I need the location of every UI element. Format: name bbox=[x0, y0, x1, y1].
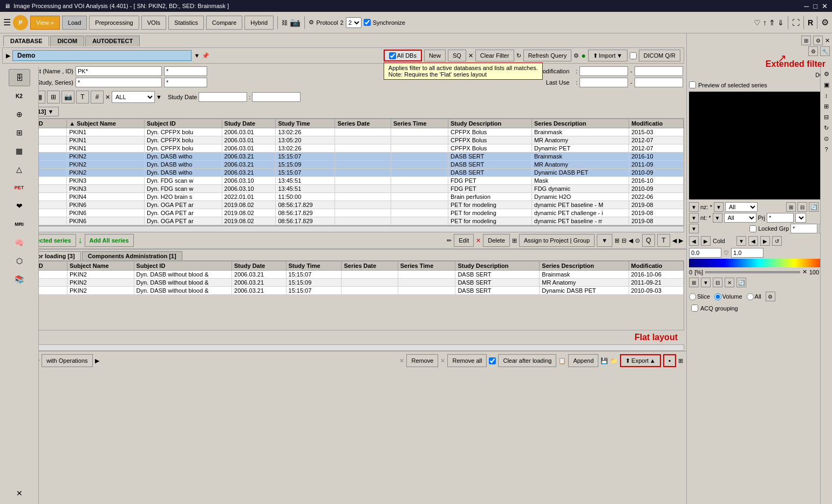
col-subject-name[interactable]: ▲ Subject Name bbox=[67, 119, 145, 128]
db-pin-icon[interactable]: 📌 bbox=[202, 52, 209, 59]
table-row[interactable]: 3PKIN3Dyn. FDG scan w2006.03.1013:45:51F… bbox=[3, 185, 684, 193]
gear-icon-right[interactable]: ⚙ bbox=[821, 17, 829, 27]
last-use-from-input[interactable] bbox=[579, 78, 628, 87]
modification-to-input[interactable] bbox=[635, 66, 683, 76]
close-button[interactable]: ✕ bbox=[822, 2, 828, 10]
fullscreen-icon[interactable]: ⛶ bbox=[792, 18, 800, 27]
folder-icon[interactable]: 📁 bbox=[610, 357, 618, 364]
preview-checkbox[interactable] bbox=[689, 81, 696, 88]
bcol-series-time[interactable]: Series Time bbox=[398, 261, 455, 271]
bcol-series-desc[interactable]: Series Description bbox=[540, 261, 629, 271]
up-icon[interactable]: ↑ bbox=[763, 18, 767, 27]
cold-reset-icon[interactable]: ↺ bbox=[772, 236, 782, 246]
rs-icon-4[interactable]: ⊞ bbox=[822, 101, 831, 111]
vois-button[interactable]: VOIs bbox=[141, 16, 166, 30]
dicom-qr-checkbox[interactable] bbox=[630, 52, 637, 59]
table-row[interactable]: 2PKIN2Dyn. DASB witho2006.03.2115:15:09D… bbox=[3, 161, 684, 169]
heart-icon[interactable]: ♡ bbox=[754, 18, 761, 27]
table-row[interactable]: 1521PKIN4Dyn. H2O brain s2022.01.0111:50… bbox=[3, 193, 684, 201]
nz-icon-2[interactable]: ⊟ bbox=[797, 202, 807, 212]
table-row[interactable]: 821PKIN6Dyn. OGA PET ar2019.08.0208:56:1… bbox=[3, 201, 684, 209]
sort-up-icon[interactable]: ⇑ bbox=[769, 18, 775, 27]
sidebar-icon-brain[interactable]: 🧠 bbox=[9, 234, 30, 251]
locked-dropdown[interactable]: ▼ bbox=[689, 224, 699, 233]
bcol-study-desc[interactable]: Study Description bbox=[455, 261, 540, 271]
tab-autodetect[interactable]: AUTODETECT bbox=[85, 36, 140, 46]
study-date-value[interactable] bbox=[252, 92, 301, 102]
series-table-container[interactable]: Subject DBID ▲ Subject Name Subject ID S… bbox=[2, 118, 684, 226]
action-icon-t[interactable]: T bbox=[657, 234, 670, 247]
pkin-icon[interactable]: P bbox=[13, 15, 28, 30]
rs-icon-3[interactable]: ↕ bbox=[822, 91, 831, 100]
series-horizontal-scrollbar[interactable] bbox=[2, 226, 684, 232]
sidebar-icon-database[interactable]: 🗄 bbox=[9, 69, 30, 86]
export-button[interactable]: ⬆ Export ▲ bbox=[620, 354, 661, 367]
minimize-button[interactable]: ─ bbox=[804, 2, 809, 10]
sidebar-icon-crosshair[interactable]: ⊕ bbox=[9, 106, 30, 123]
rs-icon-8[interactable]: ? bbox=[822, 144, 831, 154]
export-highlight-icon[interactable]: ▪ bbox=[663, 354, 676, 367]
new-button[interactable]: New bbox=[424, 50, 446, 61]
color-icon-2[interactable]: ▶ bbox=[701, 236, 711, 246]
bcol-subject-name[interactable]: Subject Name bbox=[67, 261, 134, 271]
sidebar-icon-window[interactable]: ⊞ bbox=[9, 124, 30, 141]
col-study-date[interactable]: Study Date bbox=[222, 119, 276, 128]
action-icons-1[interactable]: ⊞ bbox=[615, 237, 619, 244]
min-value-input[interactable] bbox=[689, 248, 721, 258]
table-row[interactable]: 2PKIN2Dyn. DASB without blood &2006.03.2… bbox=[3, 287, 684, 295]
sidebar-icon-stack[interactable]: 📚 bbox=[9, 271, 30, 288]
compare-button[interactable]: Compare bbox=[206, 16, 242, 30]
view-button[interactable]: View » bbox=[30, 16, 60, 30]
table-row[interactable]: 1PKIN1Dyn. CPFPX bolu2006.03.0113:02:26C… bbox=[3, 144, 684, 153]
rs-icon-6[interactable]: ↻ bbox=[822, 123, 831, 133]
rs-icon-1[interactable]: ⚙ bbox=[822, 69, 831, 79]
clear-after-loading-button[interactable]: Clear after loading bbox=[498, 354, 556, 367]
action-icons-4[interactable]: ⊙ bbox=[635, 237, 640, 244]
bcol-series-date[interactable]: Series Date bbox=[342, 261, 398, 271]
table-row[interactable]: 2PKIN2Dyn. DASB witho2006.03.2115:15:07D… bbox=[3, 169, 684, 177]
col-series-date[interactable]: Series Date bbox=[335, 119, 391, 128]
title-bar-controls[interactable]: ─ □ ✕ bbox=[804, 2, 828, 10]
nt-all-select[interactable]: All bbox=[724, 213, 756, 223]
nz-dropdown[interactable]: ▼ bbox=[689, 202, 699, 212]
vol-btn-1[interactable]: ⊞ bbox=[689, 278, 699, 287]
vol-btn-2[interactable]: ▼ bbox=[701, 278, 711, 287]
delete-button[interactable]: Delete bbox=[483, 234, 510, 247]
sidebar-icon-grid2[interactable]: ▦ bbox=[9, 142, 30, 160]
action-icon-q[interactable]: Q bbox=[642, 234, 655, 247]
append-button[interactable]: Append bbox=[568, 354, 598, 367]
assign-dropdown-button[interactable]: ▼ bbox=[597, 234, 612, 247]
bcol-modif[interactable]: Modificatio bbox=[629, 261, 684, 271]
close-right-icon[interactable]: ✕ bbox=[825, 37, 830, 44]
subject-name-input[interactable] bbox=[76, 66, 162, 76]
table-row[interactable]: 1PKIN1Dyn. CPFPX bolu2006.03.0113:02:26C… bbox=[3, 128, 684, 136]
grid-icon-btn[interactable]: ⊞ bbox=[47, 91, 60, 103]
last-use-to-input[interactable] bbox=[635, 78, 683, 87]
col-study-time[interactable]: Study Time bbox=[276, 119, 335, 128]
import-button[interactable]: ⬆ Import ▼ bbox=[588, 50, 628, 61]
edit-button[interactable]: Edit bbox=[454, 234, 474, 247]
acq-grouping-checkbox[interactable] bbox=[691, 305, 698, 312]
menu-icon[interactable]: ☰ bbox=[3, 17, 11, 27]
table-row[interactable]: 2PKIN2Dyn. DASB witho2006.03.2115:15:07D… bbox=[3, 153, 684, 161]
color-icon-1[interactable]: ◀ bbox=[689, 236, 699, 246]
sidebar-icon-mri[interactable]: MRI bbox=[9, 216, 30, 233]
description-series-input[interactable] bbox=[164, 78, 207, 87]
prj-input[interactable] bbox=[767, 213, 794, 223]
camera2-icon-btn[interactable]: 📷 bbox=[62, 91, 74, 103]
db-expand-arrow[interactable]: ▼ bbox=[194, 52, 200, 59]
series-dropdown-icon[interactable]: ▼ bbox=[48, 108, 54, 115]
cold-dropdown-1[interactable]: ▼ bbox=[736, 236, 746, 246]
vol-btn-3[interactable]: ⊟ bbox=[713, 278, 722, 287]
prj-dropdown[interactable]: ▼ bbox=[795, 213, 806, 223]
r-icon[interactable]: R bbox=[808, 18, 813, 27]
table-row[interactable]: 821PKIN6Dyn. OGA PET ar2019.08.0208:56:1… bbox=[3, 209, 684, 217]
text-icon-btn[interactable]: T bbox=[76, 91, 89, 103]
bcol-subject-id[interactable]: Subject ID bbox=[134, 261, 231, 271]
statistics-button[interactable]: Statistics bbox=[168, 16, 204, 30]
rs-icon-7[interactable]: ⊙ bbox=[822, 134, 831, 143]
tab-components-admin[interactable]: Components Administration [1] bbox=[82, 251, 182, 260]
cold-next-icon[interactable]: ▶ bbox=[760, 236, 770, 246]
load-button[interactable]: Load bbox=[62, 16, 87, 30]
vol-btn-4[interactable]: ✕ bbox=[725, 278, 734, 287]
